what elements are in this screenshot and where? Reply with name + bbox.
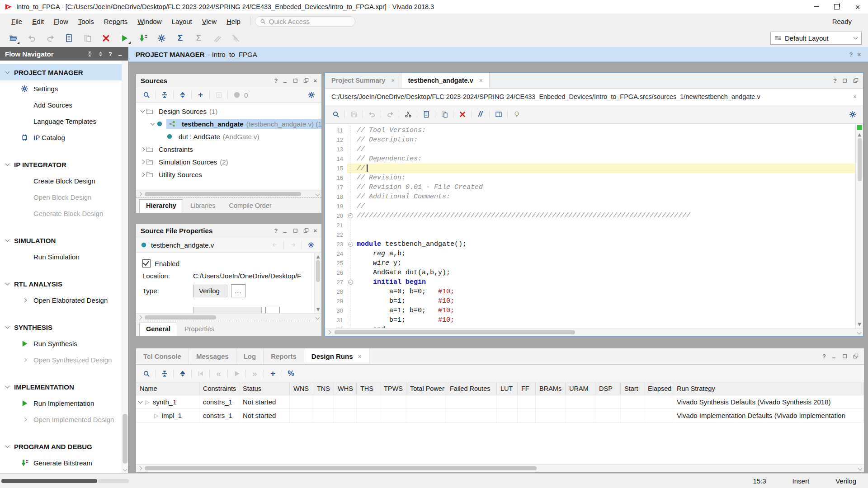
paste-button[interactable]	[438, 108, 450, 120]
tree-item-simulation-sources[interactable]: Simulation Sources(2)	[136, 155, 321, 168]
code-line-21[interactable]: 21	[325, 221, 855, 230]
bottom-tab-reports[interactable]: Reports	[264, 348, 304, 364]
code-line-20[interactable]: 20//////////////////////////////////////…	[325, 211, 855, 221]
columns-button[interactable]	[492, 108, 505, 120]
code-line-15[interactable]: 15//	[325, 164, 855, 173]
undo-button[interactable]	[25, 31, 39, 45]
scrollbar-thumb[interactable]	[335, 330, 575, 334]
bottom-float-button[interactable]	[853, 353, 859, 359]
scrollbar-thumb[interactable]	[145, 315, 216, 319]
bottom-min-button[interactable]	[831, 353, 837, 359]
redo-button[interactable]	[384, 108, 396, 120]
flownav-section-project-manager[interactable]: PROJECT MANAGER	[0, 64, 128, 80]
column-header-failed-routes[interactable]: Failed Routes	[446, 382, 497, 395]
flownav-section-rtl-analysis[interactable]: RTL ANALYSIS	[0, 276, 128, 292]
column-header-brams[interactable]: BRAMs	[536, 382, 566, 395]
percent-button[interactable]: %	[285, 368, 297, 380]
column-header-lut[interactable]: LUT	[497, 382, 518, 395]
flownav-section-program-and-debug[interactable]: PROGRAM AND DEBUG	[0, 438, 128, 455]
code-text[interactable]: b=1; #10;	[357, 296, 855, 306]
plus-button[interactable]: +	[194, 89, 207, 101]
first-button[interactable]	[194, 368, 207, 380]
close-tab-icon[interactable]: ×	[358, 353, 362, 360]
file-properties-close-button[interactable]: ×	[313, 227, 317, 234]
editor-float-button[interactable]	[853, 78, 859, 84]
enabled-checkbox[interactable]	[142, 259, 151, 267]
code-line-19[interactable]: 19//	[325, 202, 855, 211]
bottom-tab-log[interactable]: Log	[236, 348, 264, 364]
type-combobox[interactable]: Verilog	[193, 285, 227, 297]
file-properties-min-button[interactable]	[282, 228, 288, 234]
file-properties-hscrollbar[interactable]	[136, 313, 321, 321]
editor-hscrollbar[interactable]	[325, 328, 863, 336]
column-header-dsp[interactable]: DSP	[595, 382, 621, 395]
cut-button[interactable]	[402, 108, 414, 120]
fold-marker-icon[interactable]	[348, 213, 353, 218]
bottom-tab-messages[interactable]: Messages	[189, 348, 236, 364]
table-row-impl-1[interactable]: ▷impl_1constrs_1Not startedVivado Implem…	[136, 409, 864, 422]
redo-button[interactable]	[43, 31, 57, 45]
menu-window[interactable]: Window	[132, 15, 166, 28]
expand-button[interactable]	[176, 89, 189, 101]
right-nav-button[interactable]	[287, 239, 299, 251]
flownav-item-open-implemented-design[interactable]: Open Implemented Design	[0, 411, 128, 427]
column-header-wns[interactable]: WNS	[290, 382, 313, 395]
sources-min-button[interactable]	[282, 78, 288, 84]
code-text[interactable]	[357, 221, 855, 230]
pointer-off-button[interactable]	[229, 31, 243, 45]
code-area[interactable]: 11// Tool Versions:12// Description:13//…	[325, 124, 863, 328]
flownav-item-open-synthesized-design[interactable]: Open Synthesized Design	[0, 352, 128, 368]
flownav-collapse-button[interactable]	[87, 51, 93, 57]
fold-gutter[interactable]	[347, 239, 357, 249]
editor-tab-project-summary[interactable]: Project Summary×	[325, 73, 401, 88]
code-line-11[interactable]: 11// Tool Versions:	[325, 126, 855, 135]
file-properties-tab-properties[interactable]: Properties	[178, 323, 221, 336]
sigma-button[interactable]: Σ	[173, 31, 187, 45]
menu-tools[interactable]: Tools	[73, 15, 99, 28]
code-text[interactable]: a=1; b=0; #10;	[357, 306, 855, 315]
paste-button[interactable]	[80, 31, 94, 45]
editor-max-button[interactable]	[842, 78, 848, 84]
code-text[interactable]: a=0; b=0; #10;	[357, 287, 855, 296]
gear-button[interactable]	[155, 31, 169, 45]
attach-button[interactable]	[210, 31, 224, 45]
code-line-24[interactable]: 24 reg a,b;	[325, 249, 855, 258]
quick-access-input[interactable]: Quick Access	[255, 16, 355, 27]
code-text[interactable]: // Dependencies:	[357, 154, 855, 164]
code-text[interactable]: end	[357, 325, 855, 328]
comment-button[interactable]: //	[474, 108, 486, 120]
save-button[interactable]	[348, 108, 360, 120]
code-line-13[interactable]: 13//	[325, 145, 855, 154]
banner-close-button[interactable]: ×	[857, 51, 861, 58]
flownav-item-settings[interactable]: Settings	[0, 80, 128, 97]
column-header-ff[interactable]: FF	[518, 382, 536, 395]
sources-max-button[interactable]	[292, 78, 298, 84]
tree-item-design-sources[interactable]: Design Sources(1)	[136, 105, 321, 117]
flownav-item-generate-block-design[interactable]: Generate Block Design	[0, 205, 128, 221]
bottom-tab-design-runs[interactable]: Design Runs×	[304, 348, 369, 364]
code-line-16[interactable]: 16// Revision:	[325, 173, 855, 183]
code-text[interactable]: // Revision:	[357, 173, 855, 183]
editor-help-button[interactable]: ?	[833, 77, 837, 84]
collapse-button[interactable]	[158, 89, 170, 101]
code-line-23[interactable]: 23module testbench_andgate();	[325, 239, 855, 249]
flownav-item-run-simulation[interactable]: Run Simulation	[0, 249, 128, 265]
restore-button[interactable]	[826, 0, 847, 14]
fold-marker-icon[interactable]	[348, 280, 353, 285]
flownav-item-language-templates[interactable]: Language Templates	[0, 113, 128, 129]
chevron-down-icon[interactable]	[139, 110, 146, 112]
code-line-26[interactable]: 26 AndGate dut(a,b,y);	[325, 268, 855, 277]
scroll-right-icon[interactable]	[858, 466, 863, 471]
run-button[interactable]	[118, 31, 132, 45]
bottom-max-button[interactable]	[842, 353, 848, 359]
code-line-18[interactable]: 18// Additional Comments:	[325, 192, 855, 202]
menu-file[interactable]: File	[6, 15, 27, 28]
collapse-button[interactable]	[158, 368, 170, 380]
close-path-icon[interactable]: ×	[853, 93, 857, 100]
column-header-name[interactable]: Name	[136, 382, 199, 395]
menu-layout[interactable]: Layout	[167, 15, 197, 28]
file-properties-tab-general[interactable]: General	[139, 323, 177, 336]
bitstream-button[interactable]	[136, 31, 150, 45]
flownav-item-generate-bitstream[interactable]: Generate Bitstream	[0, 455, 128, 471]
code-text[interactable]: // Tool Versions:	[357, 126, 855, 135]
